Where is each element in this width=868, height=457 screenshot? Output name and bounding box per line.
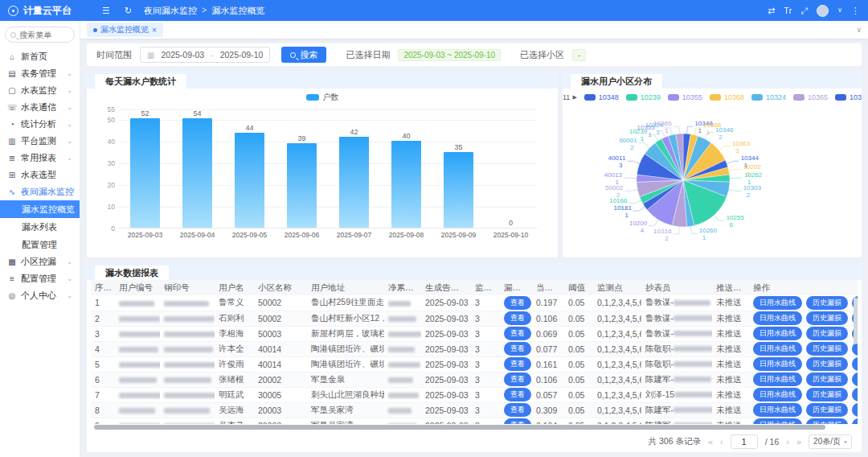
next-page-button[interactable]: › <box>786 437 789 447</box>
sidebar-subitem[interactable]: 配置管理 <box>0 236 80 253</box>
sidebar-item[interactable]: ⊞水表选型 <box>0 167 80 183</box>
tab-leak-overview[interactable]: 漏水监控概览 × <box>87 23 163 37</box>
daily-water-curve-button[interactable]: 日用水曲线 <box>753 388 802 401</box>
avatar[interactable] <box>817 5 829 17</box>
bar[interactable] <box>130 118 159 228</box>
first-page-button[interactable]: « <box>708 437 713 447</box>
sidebar-item[interactable]: ▢水表监控⌄ <box>0 82 80 99</box>
total-pages: / 16 <box>765 437 780 447</box>
history-leak-button[interactable]: 历史漏损 <box>806 373 848 386</box>
cell-detail: 查看 <box>500 402 532 418</box>
theme-switch-icon[interactable]: ⇄ <box>768 6 775 15</box>
page-number-input[interactable] <box>731 434 758 449</box>
card-header: 漏水数据报表 <box>87 262 862 280</box>
daily-water-curve-button[interactable]: 日用水曲线 <box>753 311 802 325</box>
fullscreen-icon[interactable]: ⤢ <box>800 6 808 15</box>
view-detail-button[interactable]: 查看 <box>504 311 531 325</box>
bar[interactable] <box>339 137 368 228</box>
cell-actions: 日用水曲线历史漏损单表分析 <box>749 326 858 341</box>
daily-water-curve-button[interactable]: 日用水曲线 <box>753 342 802 356</box>
date-range-picker[interactable]: ▦ 2025-09-03 - 2025-09-10 <box>140 47 270 63</box>
daily-water-curve-button[interactable]: 日用水曲线 <box>753 373 802 386</box>
breadcrumb-item[interactable]: 漏水监控概览 <box>212 5 265 17</box>
column-header: 监测点 <box>593 280 641 295</box>
view-detail-button[interactable]: 查看 <box>504 357 531 371</box>
sidebar-item[interactable]: ☏水表通信⌄ <box>0 99 80 116</box>
x-axis-label: 2025-09-07 <box>328 231 380 239</box>
single-meter-analysis-button[interactable]: 单表分析 <box>852 418 858 424</box>
tabbar-collapse-icon[interactable]: ∨ <box>856 26 862 34</box>
daily-water-curve-button[interactable]: 日用水曲线 <box>753 418 802 424</box>
bar[interactable] <box>287 143 316 228</box>
single-meter-analysis-button[interactable]: 单表分析 <box>852 403 858 417</box>
bar[interactable] <box>444 152 473 228</box>
sidebar-subitem[interactable]: 漏水监控概览 <box>0 200 80 218</box>
vertical-scrollbar[interactable] <box>854 298 858 344</box>
cell-push: 未推送 <box>712 326 749 341</box>
cell-community: 20002 <box>254 372 307 387</box>
column-header: 用户编号 <box>115 280 160 295</box>
sidebar-item[interactable]: ≡配置管理⌄ <box>0 270 80 287</box>
daily-water-curve-button[interactable]: 日用水曲线 <box>753 296 802 310</box>
chevron-down-icon[interactable]: ∨ <box>837 7 842 14</box>
breadcrumb-item[interactable]: 夜间漏水监控 <box>144 5 197 17</box>
cell-days: 3 <box>471 356 500 372</box>
daily-water-curve-button[interactable]: 日用水曲线 <box>753 357 802 371</box>
bar-chart-legend[interactable]: 户数 <box>87 90 558 105</box>
menu-collapse-icon[interactable]: ☰ <box>102 6 110 15</box>
chevron-down-icon: ⌄ <box>67 121 72 128</box>
bar[interactable] <box>182 118 211 228</box>
history-leak-button[interactable]: 历史漏损 <box>806 403 848 417</box>
sidebar-subitem[interactable]: 漏水列表 <box>0 218 80 236</box>
view-detail-button[interactable]: 查看 <box>504 403 531 417</box>
refresh-icon[interactable]: ↻ <box>125 6 132 15</box>
cell-reader: 陈敬职- <box>641 356 712 372</box>
history-leak-button[interactable]: 历史漏损 <box>806 327 848 340</box>
calendar-icon: ▦ <box>147 51 154 60</box>
table-row: 5许俊雨40014陶港镇团坵许、碾坝组2025-09-033查看0.1610.0… <box>91 356 858 372</box>
sidebar-item[interactable]: ⌂新首页 <box>0 48 80 65</box>
single-meter-analysis-button[interactable]: 单表分析 <box>852 357 858 371</box>
view-detail-button[interactable]: 查看 <box>504 342 531 356</box>
sidebar-item[interactable]: ◎个人中心⌄ <box>0 287 80 304</box>
view-detail-button[interactable]: 查看 <box>504 388 531 401</box>
view-detail-button[interactable]: 查看 <box>504 418 531 424</box>
view-detail-button[interactable]: 查看 <box>504 296 531 310</box>
last-page-button[interactable]: » <box>796 437 801 447</box>
daily-water-curve-button[interactable]: 日用水曲线 <box>753 403 802 417</box>
tab-close-icon[interactable]: × <box>152 26 157 35</box>
history-leak-button[interactable]: 历史漏损 <box>806 342 848 356</box>
cell-points: 0,1,2,3,4,5,6 <box>593 402 641 418</box>
bar[interactable] <box>235 133 264 228</box>
cell-net_flow <box>384 402 421 418</box>
prev-page-button[interactable]: ‹ <box>720 437 723 447</box>
cell-push: 未推送 <box>712 356 749 372</box>
single-meter-analysis-button[interactable]: 单表分析 <box>852 373 858 386</box>
daily-water-curve-button[interactable]: 日用水曲线 <box>753 327 802 340</box>
history-leak-button[interactable]: 历史漏损 <box>806 296 848 310</box>
sidebar-item[interactable]: ≣常用报表⌄ <box>0 150 80 167</box>
horizontal-scrollbar-thumb[interactable] <box>94 425 825 430</box>
sidebar-item[interactable]: ▩小区控漏⌄ <box>0 253 80 270</box>
history-leak-button[interactable]: 历史漏损 <box>806 357 848 371</box>
sidebar-item[interactable]: ▥平台监测⌄ <box>0 133 80 150</box>
sidebar-search[interactable] <box>5 27 75 43</box>
cell-alarm_date: 2025-09-03 <box>421 295 471 311</box>
history-leak-button[interactable]: 历史漏损 <box>806 311 848 325</box>
history-leak-button[interactable]: 历史漏损 <box>806 418 848 424</box>
view-detail-button[interactable]: 查看 <box>504 327 531 340</box>
search-button[interactable]: 搜索 <box>281 47 326 63</box>
translate-icon[interactable]: Tr <box>784 6 792 15</box>
sidebar-item[interactable]: ◔统计分析⌄ <box>0 116 80 133</box>
bar[interactable] <box>391 141 420 228</box>
kebab-menu-icon[interactable]: ⋮ <box>851 6 860 15</box>
single-meter-analysis-button[interactable]: 单表分析 <box>852 388 858 401</box>
cell-reader: 陈建军- <box>641 418 712 424</box>
view-detail-button[interactable]: 查看 <box>504 373 531 386</box>
sidebar-item[interactable]: ∿夜间漏水监控⌃ <box>0 183 80 200</box>
history-leak-button[interactable]: 历史漏损 <box>806 388 848 401</box>
page-size-select[interactable]: 20条/页 ▾ <box>809 434 852 449</box>
cell-address: 陶港镇团坵许、碾坝组 <box>307 341 384 356</box>
menu-search-input[interactable] <box>19 31 66 39</box>
sidebar-item[interactable]: ▤表务管理⌄ <box>0 65 80 82</box>
